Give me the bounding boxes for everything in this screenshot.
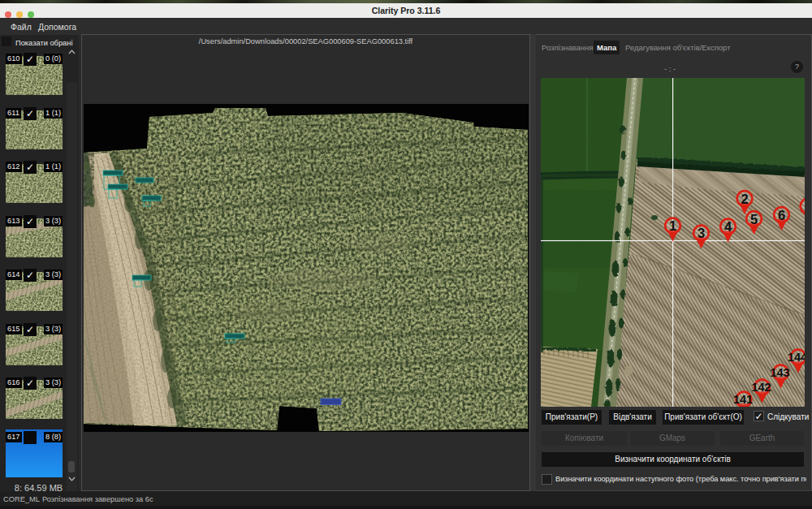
svg-text:143: 143 [770,366,789,379]
svg-text:3: 3 [698,226,705,240]
svg-text:141: 141 [733,393,753,406]
svg-text:5: 5 [750,212,758,226]
svg-text:2: 2 [741,192,748,206]
svg-text:4: 4 [724,219,732,234]
svg-text:1: 1 [669,218,676,233]
svg-text:144: 144 [788,351,805,364]
svg-text:142: 142 [751,381,771,394]
svg-text:6: 6 [778,208,785,222]
